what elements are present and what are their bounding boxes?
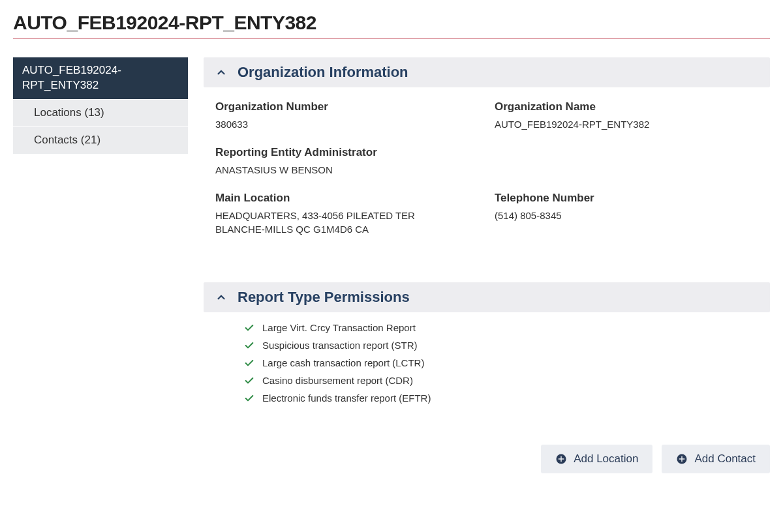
check-icon — [244, 323, 254, 333]
org-info-panel-header[interactable]: Organization Information — [204, 57, 770, 87]
check-icon — [244, 376, 254, 386]
check-icon — [244, 340, 254, 351]
perm-item-label: Casino disbursement report (CDR) — [262, 375, 413, 386]
admin-value: ANASTASIUS W BENSON — [215, 163, 758, 177]
org-number-field: Organization Number 380633 — [215, 100, 479, 132]
org-info-title: Organization Information — [238, 64, 408, 81]
chevron-up-icon — [214, 290, 228, 304]
tel-label: Telephone Number — [495, 192, 758, 205]
org-info-body: Organization Number 380633 Organization … — [204, 96, 770, 256]
title-rule — [13, 38, 770, 39]
admin-field: Reporting Entity Administrator ANASTASIU… — [215, 146, 758, 177]
sidebar: AUTO_FEB192024- RPT_ENTY382 Locations (1… — [13, 57, 188, 155]
perm-item: Electronic funds transfer report (EFTR) — [244, 389, 770, 407]
perm-item: Casino disbursement report (CDR) — [244, 372, 770, 389]
main-content: Organization Information Organization Nu… — [204, 57, 770, 473]
action-bar: Add Location Add Contact — [204, 445, 770, 473]
main-loc-value: HEADQUARTERS, 433-4056 PILEATED TER BLAN… — [215, 209, 463, 237]
add-contact-label: Add Contact — [694, 452, 756, 466]
org-number-value: 380633 — [215, 117, 479, 132]
perm-item-label: Electronic funds transfer report (EFTR) — [262, 392, 431, 404]
add-location-label: Add Location — [574, 452, 638, 466]
perm-item-label: Suspicious transaction report (STR) — [262, 340, 418, 351]
perm-item: Large Virt. Crcy Transaction Report — [244, 319, 770, 336]
main-loc-field: Main Location HEADQUARTERS, 433-4056 PIL… — [215, 192, 479, 237]
add-location-button[interactable]: Add Location — [541, 445, 652, 473]
sidebar-item-entity[interactable]: AUTO_FEB192024- RPT_ENTY382 — [13, 57, 188, 100]
tel-field: Telephone Number (514) 805-8345 — [495, 192, 758, 237]
org-name-field: Organization Name AUTO_FEB192024-RPT_ENT… — [495, 100, 758, 132]
chevron-up-icon — [214, 65, 228, 80]
sidebar-item-contacts[interactable]: Contacts (21) — [13, 127, 188, 155]
plus-circle-icon — [676, 453, 688, 465]
layout: AUTO_FEB192024- RPT_ENTY382 Locations (1… — [13, 57, 770, 473]
check-icon — [244, 393, 254, 404]
perm-panel-header[interactable]: Report Type Permissions — [204, 282, 770, 312]
org-name-value: AUTO_FEB192024-RPT_ENTY382 — [495, 117, 758, 132]
tel-value: (514) 805-8345 — [495, 209, 758, 223]
main-loc-label: Main Location — [215, 192, 479, 205]
perm-item: Large cash transaction report (LCTR) — [244, 354, 770, 372]
page-title: AUTO_FEB192024-RPT_ENTY382 — [13, 12, 770, 34]
org-name-label: Organization Name — [495, 100, 758, 113]
perm-title: Report Type Permissions — [238, 289, 410, 306]
perm-list: Large Virt. Crcy Transaction Report Susp… — [244, 319, 770, 407]
perm-item-label: Large Virt. Crcy Transaction Report — [262, 322, 416, 333]
perm-item-label: Large cash transaction report (LCTR) — [262, 357, 424, 368]
perm-item: Suspicious transaction report (STR) — [244, 336, 770, 354]
admin-label: Reporting Entity Administrator — [215, 146, 758, 159]
add-contact-button[interactable]: Add Contact — [662, 445, 770, 473]
sidebar-item-locations[interactable]: Locations (13) — [13, 100, 188, 127]
org-number-label: Organization Number — [215, 100, 479, 113]
perm-panel: Report Type Permissions Large Virt. Crcy… — [204, 282, 770, 407]
check-icon — [244, 358, 254, 368]
plus-circle-icon — [555, 453, 567, 465]
